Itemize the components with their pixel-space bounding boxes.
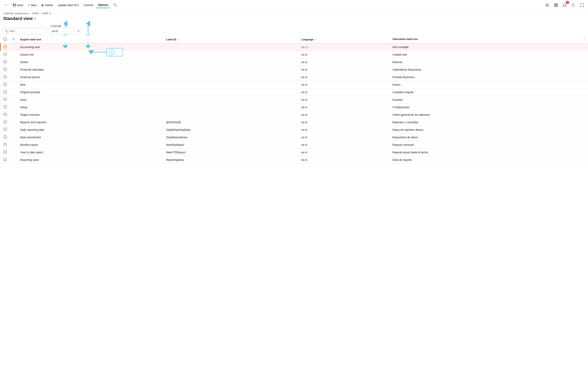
delete-icon: 🗑 — [41, 4, 44, 7]
diamond-icon-button[interactable] — [544, 1, 551, 9]
row-refresh-cell — [10, 43, 18, 51]
row-lang-chevron-icon: ⌄ — [308, 46, 310, 49]
view-dropdown-button[interactable]: ∨ — [34, 17, 37, 20]
new-button[interactable]: + New — [26, 2, 38, 8]
row-label-id — [164, 66, 299, 73]
row-radio[interactable] — [4, 158, 7, 161]
col-select-all[interactable] — [0, 36, 10, 43]
expand-button[interactable] — [578, 1, 586, 9]
col-english-label[interactable]: English label text — [18, 36, 164, 43]
row-label-id — [164, 58, 299, 66]
row-label-id — [164, 81, 299, 88]
col-refresh[interactable] — [10, 36, 18, 43]
english-label-col-header: English label text — [20, 38, 41, 41]
row-select-cell[interactable] — [0, 149, 10, 156]
row-select-cell[interactable] — [0, 156, 10, 164]
row-radio[interactable] — [4, 150, 7, 154]
row-language: es-cl — [299, 126, 390, 133]
row-select-cell[interactable] — [0, 81, 10, 88]
update-label-ids-button[interactable]: Update label ID's — [56, 2, 81, 8]
row-select-cell[interactable] — [0, 58, 10, 66]
row-refresh-cell — [10, 66, 18, 73]
refresh-button[interactable] — [570, 1, 577, 9]
row-radio[interactable] — [4, 105, 7, 108]
row-refresh-cell — [10, 126, 18, 133]
language-link[interactable]: es-cl — [301, 45, 307, 49]
row-radio[interactable] — [4, 120, 7, 123]
language-select[interactable]: es-cl en-us fr-fr de-de — [50, 28, 82, 34]
row-english-label: Reporting area — [18, 156, 164, 164]
filter-input[interactable] — [3, 28, 47, 34]
search-button[interactable]: 🔍 — [111, 2, 119, 8]
col-label-id[interactable]: Label ID ▲ — [164, 36, 299, 43]
row-select-cell[interactable] — [0, 73, 10, 81]
language-value: es-cl — [301, 151, 307, 154]
page-title-area: Standard view ∨ 2 3 1 — [0, 16, 588, 36]
col-more-icon[interactable]: ⋮ — [582, 38, 586, 41]
search-icon: 🔍 — [113, 3, 117, 7]
bell-icon — [563, 3, 567, 7]
row-radio[interactable] — [4, 90, 7, 93]
back-button[interactable]: ← — [2, 2, 10, 8]
alt-label-col-header: Alternative label text — [392, 38, 418, 41]
layout-icon-button[interactable] — [552, 1, 559, 9]
table-row: Target overview es-cl Visión general de … — [0, 111, 588, 119]
row-select-cell[interactable] — [0, 141, 10, 149]
label-id-sort[interactable]: Label ID ▲ — [166, 38, 179, 41]
row-refresh-cell — [10, 111, 18, 119]
row-refresh-cell — [10, 73, 18, 81]
row-select-cell[interactable] — [0, 126, 10, 133]
save-button[interactable]: 💾 Save — [11, 2, 25, 8]
row-radio[interactable] — [4, 60, 7, 63]
breadcrumb-separator: | — [30, 12, 31, 15]
row-select-cell[interactable] — [0, 66, 10, 73]
commit-button[interactable]: Commit — [82, 2, 95, 8]
view-caret-icon: ∨ — [34, 17, 36, 20]
row-english-label: Financial period — [18, 73, 164, 81]
row-english-label: Setup — [18, 103, 164, 111]
row-refresh-cell — [10, 103, 18, 111]
row-select-cell[interactable] — [0, 111, 10, 119]
options-button[interactable]: Options — [96, 2, 110, 8]
col-language[interactable]: Language ▿ — [299, 36, 390, 43]
expand-icon — [580, 3, 584, 7]
row-radio[interactable] — [4, 113, 7, 116]
row-select-cell[interactable] — [0, 43, 10, 51]
row-select-cell[interactable] — [0, 119, 10, 126]
row-language: es-cl — [299, 88, 390, 96]
table-row: Daily reporting data DailyReportingData … — [0, 126, 588, 133]
row-alt-label: Repositorio de datos — [390, 133, 588, 141]
col-alt-label[interactable]: Alternative label text ⋮ — [390, 36, 588, 43]
row-radio[interactable] — [4, 98, 7, 101]
row-radio[interactable] — [4, 135, 7, 139]
row-language: es-cl — [299, 58, 390, 66]
row-radio[interactable] — [4, 68, 7, 71]
row-language: es-cl — [299, 119, 390, 126]
row-select-cell[interactable] — [0, 133, 10, 141]
row-radio[interactable] — [4, 75, 7, 78]
row-language: es-cl — [299, 66, 390, 73]
delete-button[interactable]: 🗑 Delete — [39, 2, 55, 8]
update-label: Update label ID's — [58, 4, 79, 7]
row-alt-label: Nuevo — [390, 81, 588, 88]
row-radio[interactable] — [4, 53, 7, 56]
row-radio[interactable] — [4, 45, 7, 48]
row-english-label: Accounting year — [18, 43, 164, 51]
table-row: Data repositories DataRepositories es-cl… — [0, 133, 588, 141]
row-radio[interactable] — [4, 128, 7, 131]
row-select-cell[interactable] — [0, 103, 10, 111]
toolbar: ← 💾 Save + New 🗑 Delete Update label ID'… — [0, 0, 588, 10]
toolbar-right: 0 — [544, 1, 586, 9]
row-select-cell[interactable] — [0, 96, 10, 103]
row-radio[interactable] — [4, 143, 7, 146]
save-icon: 💾 — [13, 4, 16, 7]
row-select-cell[interactable] — [0, 88, 10, 96]
row-label-id: DailyReportingData — [164, 126, 299, 133]
layout-icon — [554, 3, 558, 7]
language-value: es-cl — [301, 158, 307, 162]
row-language: es-cl — [299, 141, 390, 149]
row-language: es-cl⌄ — [299, 43, 390, 51]
row-radio[interactable] — [4, 83, 7, 86]
row-select-cell[interactable] — [0, 51, 10, 58]
language-filter-icon[interactable]: ▿ — [315, 38, 316, 41]
